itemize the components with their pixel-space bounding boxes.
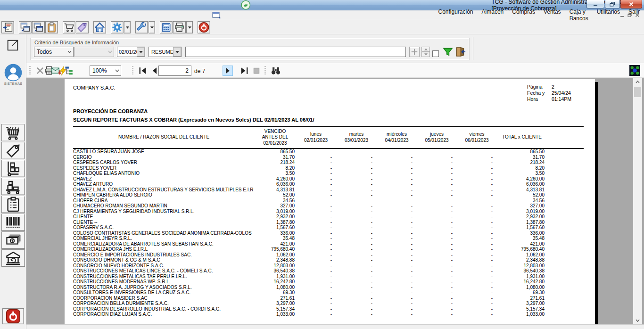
scroll-up-icon[interactable] xyxy=(633,78,642,86)
gear-button[interactable] xyxy=(111,21,124,33)
spinner-control[interactable] xyxy=(421,47,430,57)
printer-dropdown-button[interactable] xyxy=(186,21,193,33)
stop-button[interactable] xyxy=(251,66,262,76)
sidebar-power-button[interactable] xyxy=(2,308,24,324)
scrollbar-thumb[interactable] xyxy=(634,87,641,97)
dropdown-arrow-icon[interactable] xyxy=(173,47,181,57)
child-minimize-button[interactable] xyxy=(619,11,626,19)
nav-last-icon xyxy=(239,66,249,76)
add-button[interactable] xyxy=(409,47,420,57)
date-combobox[interactable]: 02/01/2023 xyxy=(117,47,145,57)
total-cell: 16,242.80 xyxy=(497,279,547,285)
sidebar-cart-full-button[interactable] xyxy=(1,124,25,141)
day-amount-cell: - xyxy=(336,306,377,312)
power-button[interactable] xyxy=(198,21,210,33)
vertical-scrollbar[interactable] xyxy=(633,78,642,324)
table-row: CJ HERRAMIENTAS Y SEGURIDAD INDUSTRIAL S… xyxy=(73,209,584,214)
day-amount-cell: - xyxy=(377,268,417,274)
table-row: COLOSO CONTRATISTAS GENERALES SOCIEDAD A… xyxy=(73,230,584,236)
day-amount-cell: - xyxy=(417,203,457,209)
sidebar-money-button[interactable] xyxy=(1,231,25,249)
day-amount-cell: - xyxy=(296,149,336,155)
table-row: CLIENTE2,932.00-----2,932.00 xyxy=(73,214,584,220)
table-row: CONSTRUCTORA R.A. JUPROG Y ASOCIADOS S.R… xyxy=(73,285,584,290)
mode-combobox[interactable]: RESUMEN xyxy=(149,47,182,57)
day-amount-cell: - xyxy=(457,192,497,198)
apply-filter-button[interactable] xyxy=(442,46,454,58)
day-amount-cell: - xyxy=(336,241,377,247)
dropdown-arrow-icon[interactable] xyxy=(137,47,145,57)
client-name-cell: CHAFLOQUE ELIAS ANTONIO xyxy=(73,171,255,176)
day-amount-cell: - xyxy=(377,301,417,306)
window-cascade-button[interactable] xyxy=(19,21,32,33)
client-name-cell: CHIMPEN CABRERA ALDO SERGIO xyxy=(73,192,255,198)
calculator-button[interactable] xyxy=(160,21,173,33)
clipboard-paste-button[interactable] xyxy=(45,21,58,33)
page-number-input[interactable] xyxy=(158,66,191,76)
sidebar-tag-outline-button[interactable] xyxy=(1,142,25,159)
day-amount-cell: - xyxy=(457,187,497,193)
search-input[interactable] xyxy=(185,47,406,57)
printer-button[interactable] xyxy=(173,21,186,33)
group-tree-button[interactable] xyxy=(64,66,74,76)
wrench-button[interactable] xyxy=(135,21,148,33)
day-amount-cell: - xyxy=(377,171,417,176)
expand-panel-button[interactable] xyxy=(6,38,20,52)
scroll-down-icon[interactable] xyxy=(633,316,642,324)
table-row: COMERCIALIZADORA JHS E.I.R.L795,680.40--… xyxy=(73,247,584,252)
spin-up-icon[interactable] xyxy=(421,47,430,52)
day-amount-cell: - xyxy=(377,181,417,187)
table-row: CONSORCIO DHMONT & CG & M S.A.C2,348.88-… xyxy=(73,257,584,263)
window-copy-button[interactable] xyxy=(32,21,45,33)
first-page-button[interactable] xyxy=(138,66,148,76)
find-button[interactable] xyxy=(271,66,281,76)
nav-first-icon xyxy=(138,66,148,76)
vencido-cell: 6,036.00 xyxy=(255,181,296,187)
last-page-button[interactable] xyxy=(239,66,249,76)
day-amount-cell: - xyxy=(417,285,457,290)
day-amount-cell: - xyxy=(336,252,377,258)
sidebar-dolly-boxes-button[interactable] xyxy=(1,178,25,195)
sidebar-clipboard-list-button[interactable] xyxy=(1,196,25,213)
day-amount-cell: - xyxy=(417,149,457,155)
day-amount-cell: - xyxy=(377,236,417,241)
wrench-dropdown-button[interactable] xyxy=(149,21,155,33)
next-page-button[interactable] xyxy=(223,66,233,76)
client-name-cell: COMERCIAL JHEYR S.R.L. xyxy=(73,236,255,241)
day-amount-cell: - xyxy=(296,306,336,312)
sidebar-handtruck-button[interactable] xyxy=(1,160,25,177)
home-button[interactable] xyxy=(93,21,106,33)
day-amount-cell: - xyxy=(336,230,377,236)
day-amount-cell: - xyxy=(296,214,336,220)
systems-avatar[interactable] xyxy=(4,64,22,82)
child-restore-button[interactable] xyxy=(626,11,634,19)
price-tag-button[interactable] xyxy=(76,21,89,33)
day-amount-cell: - xyxy=(296,285,336,290)
toolbar-grip xyxy=(264,66,266,74)
vencido-cell: 1,080.00 xyxy=(255,285,296,290)
day-amount-cell: - xyxy=(417,165,457,171)
filter-type-combobox[interactable]: Todos xyxy=(34,47,74,57)
day-amount-cell: - xyxy=(417,274,457,280)
form-window-button[interactable] xyxy=(1,21,14,33)
exit-search-button[interactable] xyxy=(454,46,466,58)
spin-down-icon[interactable] xyxy=(421,52,430,57)
total-cell: 3,297.00 xyxy=(497,301,547,306)
filter-checkbox[interactable] xyxy=(432,50,439,57)
gear-dropdown-button[interactable] xyxy=(124,21,131,33)
day-amount-cell: - xyxy=(417,241,457,247)
day-amount-cell: - xyxy=(336,296,377,301)
cart-button[interactable] xyxy=(63,21,75,33)
client-name-cell: CORPORACION DESARROLLO INDUSTRIAL S.A.C.… xyxy=(73,306,255,312)
day-amount-cell: - xyxy=(296,176,336,182)
table-row: CHAVEZ4,260.00-----4,260.00 xyxy=(73,176,584,182)
sidebar-barcode-button[interactable] xyxy=(1,214,25,231)
sidebar-bank-button[interactable] xyxy=(1,249,25,267)
zoom-combobox[interactable]: 100% xyxy=(90,66,121,76)
date-label: Fecha y xyxy=(527,90,552,96)
total-cell: 421.00 xyxy=(497,241,547,247)
column-header: NOMBRE / RAZON SOCIAL DEL CLIENTE xyxy=(73,134,255,140)
child-close-button[interactable] xyxy=(634,11,641,19)
day-amount-cell: - xyxy=(336,225,377,230)
vencido-cell: 1,033.00 xyxy=(255,312,296,317)
